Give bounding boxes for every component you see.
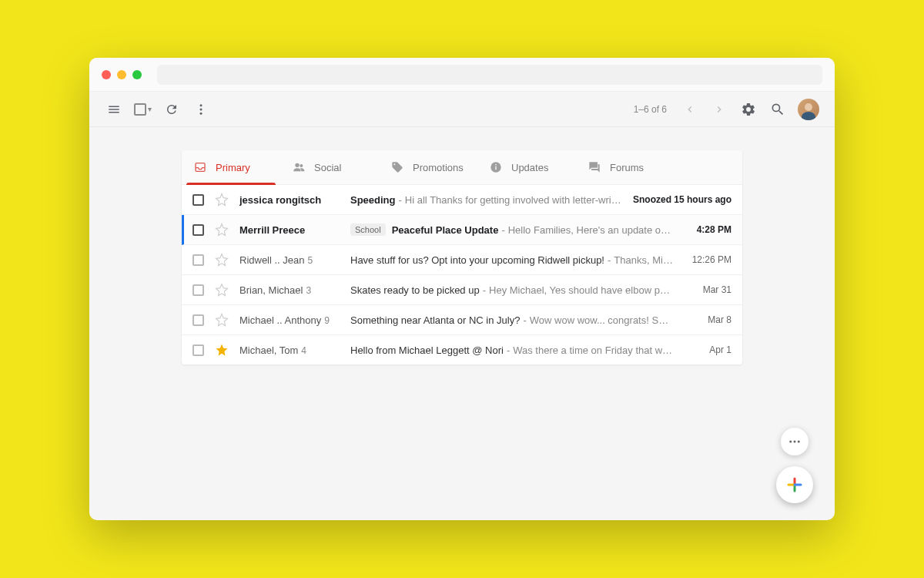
inbox-icon — [194, 161, 206, 173]
close-window-button[interactable] — [102, 70, 111, 79]
refresh-icon — [165, 102, 179, 116]
search-button[interactable] — [768, 100, 787, 119]
svg-point-9 — [495, 164, 497, 166]
email-body: Hello from Michael Leggett @ Nori - Was … — [350, 344, 673, 356]
email-date: 12:26 PM — [684, 254, 732, 265]
preview: Hi all Thanks for getting involved with … — [405, 194, 622, 206]
svg-point-12 — [798, 441, 800, 443]
chevron-left-icon — [684, 103, 696, 116]
address-bar[interactable] — [157, 65, 822, 85]
email-row[interactable]: Ridwell .. Jean5Have stuff for us? Opt i… — [182, 245, 742, 275]
gear-icon — [741, 102, 756, 117]
email-row[interactable]: Brian, Michael3Skates ready to be picked… — [182, 275, 742, 305]
subject: Something near Atlanta or NC in July? — [350, 314, 520, 326]
preview: Was there a time on Friday that works fo… — [513, 344, 673, 356]
svg-point-0 — [200, 104, 203, 106]
sender: Ridwell .. Jean5 — [239, 254, 350, 266]
label-chip: School — [350, 223, 386, 236]
tab-label: Forums — [610, 162, 644, 173]
separator: - — [501, 224, 504, 236]
maximize-window-button[interactable] — [132, 70, 142, 79]
category-tabs: PrimarySocialPromotionsUpdatesForums — [182, 150, 742, 185]
compose-fab[interactable] — [776, 466, 813, 503]
email-date: 4:28 PM — [684, 224, 732, 235]
email-row[interactable]: jessica rongitschSpeeding - Hi all Thank… — [182, 185, 742, 215]
email-body: Have stuff for us? Opt into your upcomin… — [350, 254, 673, 266]
email-date: Mar 8 — [684, 314, 732, 325]
svg-point-6 — [300, 164, 303, 167]
star-toggle[interactable] — [215, 253, 229, 267]
preview: Hello Families, Here's an update on all … — [508, 224, 673, 236]
row-checkbox[interactable] — [192, 284, 204, 296]
star-toggle[interactable] — [215, 223, 229, 237]
preview: Hey Michael, Yes should have elbow pads … — [489, 284, 673, 296]
svg-rect-8 — [495, 166, 496, 170]
sender: Michael, Tom4 — [239, 344, 350, 356]
tab-updates[interactable]: Updates — [477, 150, 576, 184]
more-actions-fab[interactable] — [781, 428, 808, 455]
subject: Have stuff for us? Opt into your upcomin… — [350, 254, 604, 266]
sender: Michael .. Anthony9 — [239, 314, 350, 326]
tab-promotions[interactable]: Promotions — [379, 150, 477, 184]
separator: - — [608, 254, 611, 266]
next-page-button[interactable] — [710, 103, 728, 116]
subject: Peaceful Place Update — [392, 224, 499, 236]
menu-button[interactable] — [105, 100, 123, 119]
email-body: Skates ready to be picked up - Hey Micha… — [350, 284, 673, 296]
people-icon — [293, 161, 305, 173]
separator: - — [483, 284, 486, 296]
tab-label: Primary — [216, 162, 250, 173]
sender: jessica rongitsch — [239, 194, 350, 206]
email-body: Speeding - Hi all Thanks for getting inv… — [350, 194, 622, 206]
star-toggle[interactable] — [215, 193, 229, 207]
star-toggle[interactable] — [215, 313, 229, 327]
svg-point-11 — [794, 441, 796, 443]
email-row[interactable]: Merrill PreeceSchoolPeaceful Place Updat… — [182, 215, 742, 245]
tab-label: Updates — [511, 162, 548, 173]
prev-page-button[interactable] — [681, 103, 699, 116]
tab-primary[interactable]: Primary — [182, 150, 280, 184]
content-area: PrimarySocialPromotionsUpdatesForums jes… — [89, 127, 835, 365]
row-checkbox[interactable] — [192, 314, 204, 326]
preview: Thanks, Michael, I had forgot… — [614, 254, 673, 266]
checkbox-icon — [134, 103, 146, 116]
star-toggle[interactable] — [215, 283, 229, 297]
tab-social[interactable]: Social — [280, 150, 379, 184]
separator: - — [507, 344, 510, 356]
thread-count: 3 — [306, 285, 311, 296]
email-row[interactable]: Michael .. Anthony9Something near Atlant… — [182, 305, 742, 335]
info-icon — [490, 161, 502, 173]
settings-button[interactable] — [739, 100, 758, 119]
account-avatar[interactable] — [798, 99, 819, 120]
svg-point-2 — [200, 112, 203, 114]
more-vertical-icon — [194, 102, 208, 116]
subject: Skates ready to be picked up — [350, 284, 480, 296]
more-button[interactable] — [192, 100, 210, 119]
email-body: SchoolPeaceful Place Update - Hello Fami… — [350, 223, 673, 236]
svg-point-1 — [200, 108, 203, 110]
titlebar — [89, 58, 835, 92]
select-all-checkbox[interactable]: ▾ — [134, 103, 152, 116]
sender: Brian, Michael3 — [239, 284, 350, 296]
tab-forums[interactable]: Forums — [576, 150, 675, 184]
email-date: Apr 1 — [684, 344, 732, 355]
sender: Merrill Preece — [239, 224, 350, 236]
thread-count: 5 — [308, 255, 313, 266]
row-checkbox[interactable] — [192, 254, 204, 266]
row-checkbox[interactable] — [192, 224, 204, 236]
thread-count: 9 — [324, 315, 330, 326]
row-checkbox[interactable] — [192, 194, 204, 206]
avatar-icon — [798, 99, 819, 120]
email-date: Mar 31 — [684, 284, 732, 295]
pagination-count: 1–6 of 6 — [634, 104, 667, 115]
plus-icon — [785, 476, 804, 494]
tag-icon — [391, 161, 403, 173]
minimize-window-button[interactable] — [117, 70, 126, 79]
email-row[interactable]: Michael, Tom4Hello from Michael Leggett … — [182, 335, 742, 365]
row-checkbox[interactable] — [192, 344, 204, 356]
separator: - — [399, 194, 402, 206]
star-toggle[interactable] — [215, 343, 229, 357]
email-body: Something near Atlanta or NC in July? - … — [350, 314, 673, 326]
refresh-button[interactable] — [162, 100, 181, 119]
email-date: Snoozed 15 hours ago — [633, 194, 732, 205]
